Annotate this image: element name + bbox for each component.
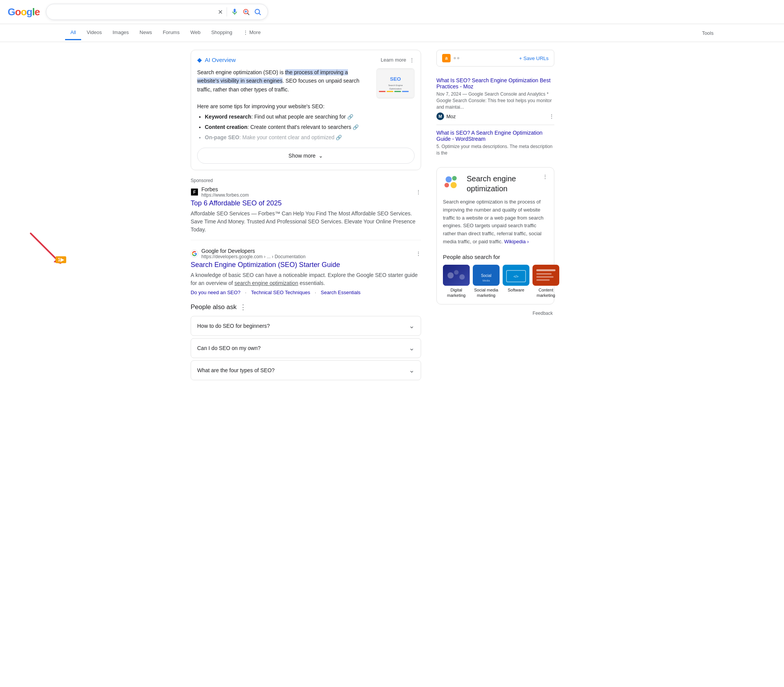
tab-videos[interactable]: Videos [81, 26, 107, 40]
kp-wiki-link[interactable]: Wikipedia › [504, 239, 529, 245]
svg-rect-9 [402, 91, 408, 92]
learn-more-link[interactable]: Learn more [381, 57, 406, 63]
paa-question-1-text: How to do SEO for beginners? [197, 323, 270, 329]
kp-description: Search engine optimization is the proces… [443, 198, 548, 246]
sponsored-source-row: F Forbes https://www.forbes.com ⋮ [191, 186, 421, 198]
save-urls-button[interactable]: + Save URLs [519, 56, 548, 61]
paf-label-content: Contentmarketing [532, 287, 559, 298]
search-input[interactable]: search engine optimization [53, 8, 214, 15]
paf-item-software[interactable]: </> Software [502, 265, 529, 298]
feedback[interactable]: Feedback [436, 307, 554, 319]
ai-overview: ◆ AI Overview Learn more ⋮ Search engine… [191, 50, 421, 170]
right-result-1-title[interactable]: What Is SEO? Search Engine Optimization … [436, 77, 554, 89]
ai-tip-2: Content creation: Create content that's … [205, 123, 415, 131]
right-result-2-meta: 5. Optimize your meta descriptions. The … [436, 143, 554, 156]
tools-button[interactable]: Tools [697, 26, 719, 40]
annotation-arrow: 1▶ [23, 230, 69, 269]
paf-item-social[interactable]: Social Media Social mediamarketing [473, 265, 499, 298]
paa-item-1[interactable]: How to do SEO for beginners? ⌄ [191, 316, 421, 336]
organic-desc-end: essentials. [298, 280, 325, 286]
tab-web[interactable]: Web [185, 26, 206, 40]
sponsored-more-icon[interactable]: ⋮ [416, 189, 421, 195]
svg-point-15 [448, 272, 454, 278]
paa-item-3[interactable]: What are the four types of SEO? ⌄ [191, 360, 421, 380]
paa-item-2[interactable]: Can I do SEO on my own? ⌄ [191, 338, 421, 358]
svg-point-10 [446, 176, 452, 182]
image-search-button[interactable] [242, 8, 250, 16]
organic-title[interactable]: Search Engine Optimization (SEO) Starter… [191, 261, 421, 269]
ai-text-block: Search engine optimization (SEO) is the … [197, 68, 370, 99]
ai-more-icon[interactable]: ⋮ [409, 57, 415, 63]
forbes-icon: F [191, 188, 198, 196]
svg-text:Media: Media [483, 279, 490, 282]
organic-links: Do you need an SEO? · Technical SEO Tech… [191, 289, 421, 295]
ai-tip-1-bold: Keyword research [205, 113, 251, 120]
search-button[interactable] [254, 8, 262, 16]
svg-point-11 [452, 176, 457, 181]
sponsored-title[interactable]: Top 6 Affordable SEO of 2025 [191, 199, 421, 207]
kp-more-icon[interactable]: ⋮ [542, 174, 548, 180]
paf-label-software: Software [502, 287, 529, 293]
paf-label-digital: Digitalmarketing [443, 287, 470, 298]
paa-question-1[interactable]: How to do SEO for beginners? ⌄ [191, 316, 421, 335]
paf-label-social: Social mediamarketing [473, 287, 499, 298]
svg-point-13 [451, 182, 457, 188]
chevron-down-icon: ⌄ [318, 153, 323, 159]
svg-rect-6 [379, 91, 385, 92]
svg-line-29 [31, 233, 58, 260]
orange-a-icon: a [442, 54, 451, 62]
sponsored-desc: Affordable SEO Services — Forbes™ Can He… [191, 210, 421, 234]
svg-rect-14 [443, 265, 470, 286]
organic-desc-highlight: search engine optimization [234, 280, 298, 286]
svg-point-16 [454, 270, 459, 274]
svg-text:Social: Social [481, 273, 491, 278]
clear-button[interactable]: ✕ [218, 8, 223, 16]
tab-more[interactable]: ⋮ More [238, 26, 266, 40]
right-result-1-more[interactable]: ⋮ [549, 113, 554, 119]
svg-text:Search Engine: Search Engine [388, 84, 403, 86]
svg-point-17 [460, 274, 465, 279]
svg-rect-27 [536, 276, 553, 278]
voice-search-button[interactable] [231, 8, 239, 16]
right-results: What Is SEO? Search Engine Optimization … [436, 73, 554, 161]
organic-link-3[interactable]: Search Essentials [321, 289, 361, 295]
header: Google search engine optimization ✕ [0, 0, 784, 24]
people-also-search: People also search for Digi [443, 254, 548, 298]
ai-tip-1: Keyword research: Find out what people a… [205, 112, 415, 121]
organic-more-icon[interactable]: ⋮ [416, 251, 421, 257]
tab-shopping[interactable]: Shopping [206, 26, 238, 40]
right-result-1-meta: Nov 7, 2024 — Google Search Console and … [436, 91, 554, 110]
tab-forums[interactable]: Forums [157, 26, 185, 40]
organic-link-1[interactable]: Do you need an SEO? [191, 289, 240, 295]
save-url-dots [454, 57, 460, 59]
sponsored-url: https://www.forbes.com [201, 192, 249, 198]
chevron-icon-2: ⌄ [409, 344, 415, 352]
chevron-icon-1: ⌄ [409, 322, 415, 330]
svg-rect-7 [387, 91, 393, 92]
ai-text-before: Search engine optimization (SEO) is [197, 69, 285, 76]
paa-question-2[interactable]: Can I do SEO on my own? ⌄ [191, 339, 421, 358]
moz-source-name: Moz [446, 113, 456, 119]
svg-rect-8 [394, 91, 401, 92]
show-more-button[interactable]: Show more ⌄ [197, 148, 415, 164]
left-column: ◆ AI Overview Learn more ⋮ Search engine… [181, 50, 430, 383]
paa-question-2-text: Can I do SEO on my own? [197, 345, 261, 351]
tab-images[interactable]: Images [107, 26, 134, 40]
organic-result: Google for Developers https://developers… [191, 248, 421, 295]
organic-link-2[interactable]: Technical SEO Techniques [251, 289, 310, 295]
svg-rect-24 [532, 265, 559, 286]
right-result-2: What is SEO? A Search Engine Optimizatio… [436, 125, 554, 161]
ai-tip-3: On-page SEO: Make your content clear and… [205, 133, 415, 142]
tab-all[interactable]: All [65, 26, 81, 40]
paf-item-content[interactable]: Contentmarketing [532, 265, 559, 298]
right-column: a + Save URLs What Is SEO? Search Engine… [430, 50, 560, 383]
paf-item-digital[interactable]: Digitalmarketing [443, 265, 470, 298]
link-sep-2: · [315, 289, 316, 295]
google-logo[interactable]: Google [8, 6, 40, 18]
svg-rect-2 [377, 70, 414, 97]
paa-question-3[interactable]: What are the four types of SEO? ⌄ [191, 361, 421, 380]
tab-news[interactable]: News [134, 26, 158, 40]
kp-title: Search engine optimization [467, 174, 538, 194]
right-result-2-title[interactable]: What is SEO? A Search Engine Optimizatio… [436, 130, 554, 142]
paa-more-icon[interactable]: ⋮ [240, 303, 247, 311]
